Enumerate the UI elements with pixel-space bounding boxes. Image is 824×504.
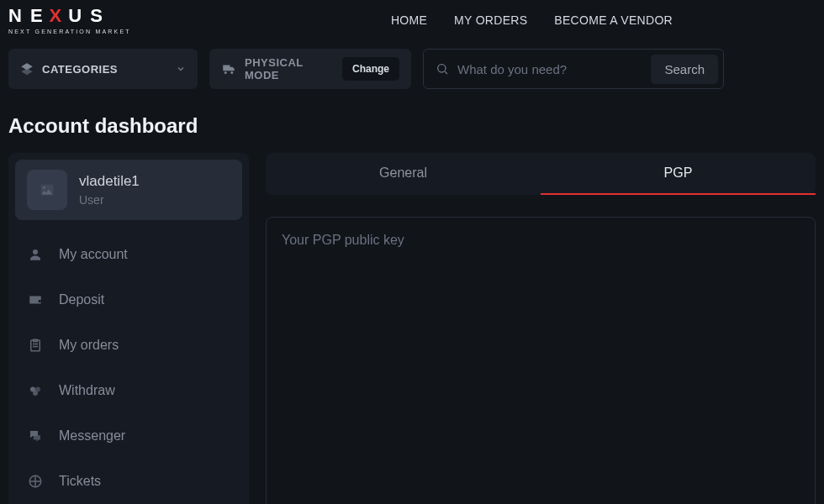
- mode-pill: PHYSICAL MODE Change: [209, 49, 411, 89]
- sidebar-item-my-account[interactable]: My account: [15, 232, 242, 277]
- truck-icon: [221, 61, 236, 76]
- sidebar-item-label: My account: [59, 247, 128, 262]
- page-title: Account dashboard: [0, 97, 824, 153]
- mode-label: PHYSICAL MODE: [245, 56, 334, 81]
- sidebar-item-withdraw[interactable]: Withdraw: [15, 368, 242, 413]
- content-panel: General PGP: [266, 153, 816, 504]
- user-role: User: [79, 193, 140, 207]
- sidebar-item-tickets[interactable]: Tickets: [15, 459, 242, 504]
- svg-point-2: [438, 65, 446, 72]
- pgp-public-key-textarea[interactable]: [267, 218, 815, 504]
- wallet-icon: [27, 292, 44, 307]
- logo-text-post: US: [68, 7, 111, 25]
- user-card[interactable]: vladetile1 User: [15, 160, 242, 220]
- search-input[interactable]: [457, 62, 642, 76]
- svg-point-4: [33, 249, 38, 255]
- user-icon: [27, 247, 44, 262]
- ticket-icon: [27, 474, 44, 489]
- nav-my-orders[interactable]: MY ORDERS: [454, 13, 527, 27]
- logo[interactable]: NE X US NEXT GENERATION MARKET: [8, 7, 131, 34]
- nav-become-vendor[interactable]: BECOME A VENDOR: [554, 13, 673, 27]
- sidebar-item-label: My orders: [59, 338, 119, 353]
- sidebar: vladetile1 User My account Deposit My or…: [8, 153, 249, 504]
- tabs: General PGP: [266, 153, 816, 195]
- chat-icon: [27, 428, 44, 444]
- svg-point-8: [33, 391, 38, 396]
- user-name: vladetile1: [79, 173, 140, 190]
- svg-point-0: [224, 71, 227, 74]
- sidebar-item-my-orders[interactable]: My orders: [15, 323, 242, 368]
- withdraw-icon: [27, 383, 44, 398]
- pgp-panel: [266, 217, 816, 504]
- categories-dropdown[interactable]: CATEGORIES: [8, 49, 198, 89]
- sidebar-item-label: Tickets: [59, 474, 101, 489]
- logo-text-x: X: [50, 7, 71, 25]
- sidebar-item-label: Messenger: [59, 428, 125, 444]
- svg-point-1: [230, 71, 233, 74]
- sidebar-item-label: Deposit: [59, 292, 104, 307]
- tab-general[interactable]: General: [266, 153, 541, 195]
- avatar: [27, 170, 67, 210]
- change-mode-button[interactable]: Change: [342, 57, 399, 81]
- search-bar: Search: [423, 49, 724, 89]
- sidebar-item-label: Withdraw: [59, 383, 115, 398]
- top-nav: HOME MY ORDERS BECOME A VENDOR: [391, 13, 673, 27]
- tab-pgp[interactable]: PGP: [541, 153, 816, 195]
- logo-text-pre: NE: [8, 7, 51, 25]
- sidebar-item-messenger[interactable]: Messenger: [15, 413, 242, 459]
- nav-home[interactable]: HOME: [391, 13, 427, 27]
- logo-tagline: NEXT GENERATION MARKET: [8, 29, 131, 34]
- search-icon: [436, 62, 449, 76]
- categories-label: CATEGORIES: [42, 63, 118, 76]
- layers-icon: [20, 62, 34, 76]
- sidebar-item-deposit[interactable]: Deposit: [15, 277, 242, 323]
- search-button[interactable]: Search: [651, 55, 718, 84]
- image-placeholder-icon: [38, 181, 56, 199]
- svg-point-3: [43, 186, 45, 189]
- clipboard-icon: [27, 338, 44, 353]
- chevron-down-icon: [176, 64, 186, 74]
